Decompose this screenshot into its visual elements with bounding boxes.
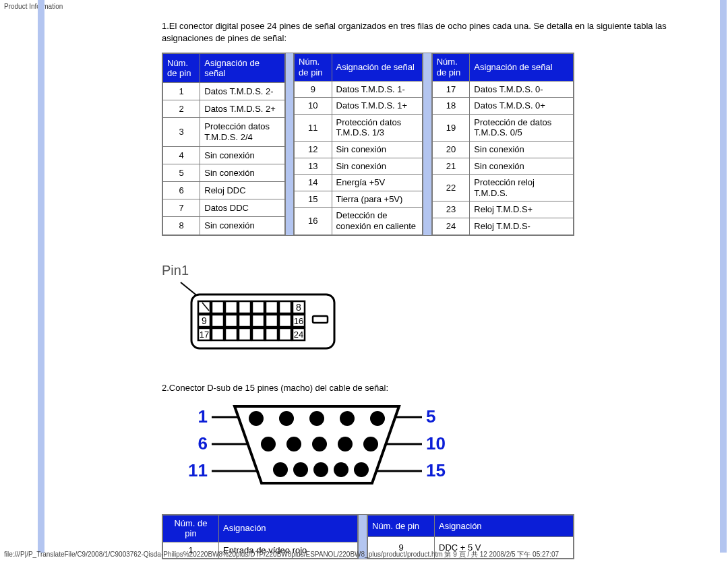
pin-number: 11 — [295, 114, 332, 141]
pin-number: 15 — [295, 191, 332, 208]
pin-assignment: Sin conexión — [332, 158, 423, 175]
pin-number: 18 — [432, 98, 470, 115]
table-row: 1Datos T.M.D.S. 2- — [163, 83, 285, 100]
pin-assignment: Sin conexión — [332, 141, 423, 158]
pin-number: 24 — [432, 218, 470, 235]
svg-rect-14 — [252, 315, 264, 327]
pin-assignment: Energía +5V — [332, 175, 423, 191]
pin-number: 4 — [163, 146, 200, 164]
dsub-num: 6 — [198, 433, 208, 454]
table-row: 18Datos T.M.D.S. 0+ — [432, 98, 573, 115]
table-row: 2Datos T.M.D.S. 2+ — [163, 100, 285, 118]
pin-number: 2 — [163, 100, 200, 118]
table-row: 15Tierra (para +5V) — [295, 191, 423, 208]
dvi-diagram: Pin1 8 9 16 17 — [162, 263, 701, 355]
svg-rect-16 — [279, 315, 291, 327]
pin-assignment: Datos DDC — [200, 199, 284, 217]
pin-number: 13 — [295, 158, 332, 175]
decorative-strip-right — [720, 0, 727, 553]
dvi-num: 8 — [296, 302, 301, 313]
pin-number: 8 — [163, 217, 200, 235]
table-row: 23Reloj T.M.D.S+ — [432, 201, 573, 218]
pin-assignment: Sin conexión — [200, 146, 284, 164]
pin-assignment: Protección de datos T.M.D.S. 0/5 — [470, 114, 574, 141]
pin1-label: Pin1 — [162, 263, 701, 278]
svg-point-41 — [286, 437, 301, 451]
svg-rect-22 — [252, 328, 264, 340]
th-pin: Núm. de pin — [295, 54, 332, 81]
pin-assignment: Detección de conexión en caliente — [332, 208, 423, 235]
dvi-pin-table: Núm. de pin Asignación de señal 1Datos T… — [162, 53, 574, 235]
table-row: 4Sin conexión — [163, 146, 285, 164]
pin-assignment: Tierra (para +5V) — [332, 191, 423, 208]
table-row: 22Protección reloj T.M.D.S. — [432, 175, 573, 201]
pin-assignment: Datos T.M.D.S. 1+ — [332, 98, 423, 115]
pin-table-col-1: Núm. de pin Asignación de señal 1Datos T… — [162, 53, 285, 235]
th-assign: Asignación — [219, 515, 358, 542]
table-row: 21Sin conexión — [432, 158, 573, 175]
svg-rect-12 — [225, 315, 237, 327]
pin-rows-2: 9Datos T.M.D.S. 1-10Datos T.M.D.S. 1+11P… — [295, 81, 423, 235]
svg-point-47 — [313, 462, 328, 477]
th-pin: Núm. de pin — [432, 54, 470, 81]
table-row: 19Protección de datos T.M.D.S. 0/5 — [432, 114, 573, 141]
svg-rect-21 — [239, 328, 251, 340]
content-area: 1.El conector digital posee 24 pines de … — [162, 20, 701, 559]
pin-number: 7 — [163, 199, 200, 217]
pin-assignment: Datos T.M.D.S. 0+ — [470, 98, 574, 115]
svg-rect-19 — [212, 328, 224, 340]
page-header: Product Information — [4, 3, 63, 10]
table-separator — [423, 53, 431, 235]
pin-rows-3: 17Datos T.M.D.S. 0-18Datos T.M.D.S. 0+19… — [432, 81, 573, 235]
pin-number: 12 — [295, 141, 332, 158]
svg-point-42 — [312, 437, 327, 451]
svg-rect-7 — [266, 301, 278, 313]
pin-assignment: Sin conexión — [200, 217, 284, 235]
table-row: 17Datos T.M.D.S. 0- — [432, 81, 573, 98]
table-row: 16Detección de conexión en caliente — [295, 208, 423, 235]
svg-rect-24 — [279, 328, 291, 340]
pin-assignment: Datos T.M.D.S. 0- — [470, 81, 574, 98]
pin-assignment: Datos T.M.D.S. 1- — [332, 81, 423, 98]
pin-assignment: Protección datos T.M.D.S. 1/3 — [332, 114, 423, 141]
th-pin: Núm. de pin — [163, 54, 200, 83]
dvi-num: 24 — [294, 330, 303, 340]
pin-assignment: Protección datos T.M.D.S. 2/4 — [200, 118, 284, 147]
svg-point-35 — [249, 411, 264, 426]
dvi-num: 17 — [200, 330, 209, 340]
pin-number: 1 — [163, 83, 200, 100]
svg-rect-8 — [279, 301, 291, 313]
pin-assignment: Datos T.M.D.S. 2+ — [200, 100, 284, 118]
table-row: 3Protección datos T.M.D.S. 2/4 — [163, 118, 285, 147]
th-assign: Asignación de señal — [470, 54, 574, 81]
svg-point-40 — [261, 437, 276, 451]
table-row: 12Sin conexión — [295, 141, 423, 158]
pin-assignment: Reloj T.M.D.S+ — [470, 201, 574, 218]
svg-rect-11 — [212, 315, 224, 327]
dsub-num: 5 — [426, 406, 435, 427]
dsub-num: 11 — [188, 460, 208, 480]
pin-assignment: Reloj T.M.D.S- — [470, 218, 574, 235]
svg-point-48 — [334, 462, 348, 477]
dsub-paragraph: 2.Conector D-sub de 15 pines (macho) del… — [162, 382, 701, 394]
pin-number: 16 — [295, 208, 332, 235]
dvi-num: 16 — [294, 316, 303, 326]
th-pin: Núm. de pin — [163, 515, 219, 542]
svg-point-49 — [354, 462, 369, 477]
pin-number: 22 — [432, 175, 470, 201]
decorative-strip-left — [38, 0, 44, 553]
dvi-num: 9 — [202, 315, 207, 326]
pin-number: 14 — [295, 175, 332, 191]
svg-point-43 — [338, 437, 353, 451]
table-row: 7Datos DDC — [163, 199, 285, 217]
pin-number: 6 — [163, 182, 200, 199]
svg-point-46 — [293, 462, 308, 477]
pin-number: 23 — [432, 201, 470, 218]
table-row: 6Reloj DDC — [163, 182, 285, 199]
pin-table-col-2: Núm. de pin Asignación de señal 9Datos T… — [294, 53, 423, 235]
pin-assignment: Sin conexión — [200, 164, 284, 182]
pin-table-col-3: Núm. de pin Asignación de señal 17Datos … — [432, 53, 574, 235]
dsub-num: 10 — [426, 433, 446, 454]
pin-number: 10 — [295, 98, 332, 115]
svg-rect-23 — [266, 328, 278, 340]
